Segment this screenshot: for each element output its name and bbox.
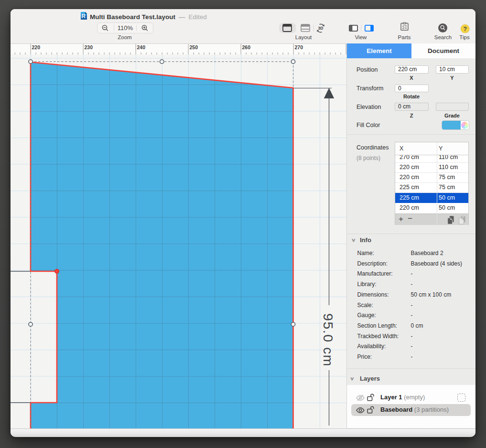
svg-text:R: R: [81, 12, 86, 19]
svg-text:95.0 cm: 95.0 cm: [321, 313, 336, 367]
svg-text:3D: 3D: [318, 26, 324, 31]
svg-text:?: ?: [463, 25, 467, 32]
